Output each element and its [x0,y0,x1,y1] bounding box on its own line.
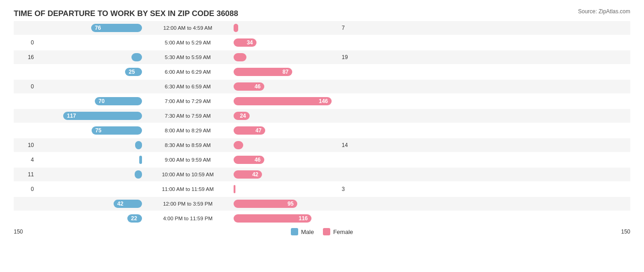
male-bar-container: 25 [37,68,142,76]
chart-row: 05:00 AM to 5:29 AM34 [14,36,630,49]
chart-row: 7612:00 AM to 4:59 AM7 [14,21,630,35]
male-bar-container: 22 [37,214,142,223]
male-bar: 42 [114,200,142,208]
male-value: 16 [14,54,37,60]
female-bar-container: 46 [234,156,339,164]
male-value: 0 [14,39,37,46]
time-label: 5:30 AM to 5:59 AM [142,54,234,60]
source-label: Source: ZipAtlas.com [578,8,630,15]
female-bar: 95 [234,200,297,208]
chart-row: 06:30 AM to 6:59 AM46 [14,80,630,93]
male-bar-container: 117 [37,112,142,120]
chart-row: 4212:00 PM to 3:59 PM95 [14,197,630,211]
male-bar: 70 [95,97,142,105]
male-value: 0 [14,83,37,90]
chart-row: 758:00 AM to 8:29 AM47 [14,124,630,137]
female-bar [234,53,246,61]
footer-right-val: 150 [607,228,630,235]
time-label: 7:30 AM to 7:59 AM [142,113,234,119]
female-bar: 87 [234,68,292,76]
male-value: 11 [14,171,37,178]
time-label: 7:00 AM to 7:29 AM [142,98,234,104]
female-bar-container [234,185,339,193]
time-label: 8:30 AM to 8:59 AM [142,142,234,148]
chart-row: 1110:00 AM to 10:59 AM42 [14,168,630,181]
female-bar: 24 [234,112,250,120]
time-label: 9:00 AM to 9:59 AM [142,157,234,163]
chart-row: 49:00 AM to 9:59 AM46 [14,153,630,167]
chart-footer: 150 Male Female 150 [14,228,630,235]
female-bar-container [234,141,339,149]
legend-male-label: Male [301,228,314,235]
chart-row: 1177:30 AM to 7:59 AM24 [14,109,630,123]
legend-female-label: Female [333,228,353,235]
chart-row: 707:00 AM to 7:29 AM146 [14,94,630,108]
chart-title: TIME OF DEPARTURE TO WORK BY SEX IN ZIP … [14,9,630,18]
time-label: 8:00 AM to 8:29 AM [142,128,234,133]
male-bar-container: 70 [37,97,142,105]
chart-row: 165:30 AM to 5:59 AM19 [14,50,630,64]
time-label: 12:00 PM to 3:59 PM [142,201,234,207]
female-value: 14 [339,142,362,148]
legend-male: Male [291,228,314,235]
female-bar: 42 [234,170,262,179]
female-bar-container: 95 [234,200,339,208]
male-bar-container [37,185,142,193]
female-bar-container: 34 [234,38,339,47]
time-label: 11:00 AM to 11:59 AM [142,186,234,192]
chart-row: 256:00 AM to 6:29 AM87 [14,65,630,79]
female-bar-container [234,24,339,32]
chart-row: 011:00 AM to 11:59 AM3 [14,182,630,196]
female-bar: 34 [234,38,257,47]
legend-female-box [323,228,330,235]
time-label: 6:00 AM to 6:29 AM [142,69,234,75]
female-bar-container: 46 [234,82,339,91]
legend: Male Female [291,228,353,235]
male-bar [135,141,142,149]
female-value: 3 [339,186,362,192]
time-label: 5:00 AM to 5:29 AM [142,40,234,45]
female-bar-container [234,53,339,61]
male-value: 0 [14,186,37,192]
female-bar-container: 47 [234,126,339,135]
male-bar-container: 76 [37,24,142,32]
female-bar-container: 24 [234,112,339,120]
male-bar-container [37,170,142,179]
male-value: 10 [14,142,37,148]
female-bar-container: 42 [234,170,339,179]
chart-area: 7612:00 AM to 4:59 AM705:00 AM to 5:29 A… [14,21,630,225]
legend-female: Female [323,228,353,235]
female-bar: 46 [234,82,264,91]
legend-male-box [291,228,298,235]
female-bar: 116 [234,214,311,223]
footer-left-val: 150 [14,228,37,235]
male-bar: 22 [127,214,142,223]
male-bar-container [37,82,142,91]
female-value: 19 [339,54,362,60]
male-bar: 25 [125,68,142,76]
time-label: 12:00 AM to 4:59 AM [142,25,234,31]
male-bar [131,53,142,61]
male-bar: 76 [91,24,142,32]
female-bar [234,141,243,149]
female-bar: 46 [234,156,264,164]
male-bar-container: 42 [37,200,142,208]
male-bar-container: 75 [37,126,142,135]
time-label: 6:30 AM to 6:59 AM [142,84,234,89]
time-label: 4:00 PM to 11:59 PM [142,216,234,221]
male-bar [135,170,142,179]
male-bar [139,156,142,164]
male-bar-container [37,156,142,164]
female-bar: 146 [234,97,332,105]
male-bar: 117 [63,112,142,120]
female-value: 7 [339,25,362,31]
male-bar-container [37,141,142,149]
female-bar [234,24,238,32]
male-value: 4 [14,157,37,163]
chart-row: 108:30 AM to 8:59 AM14 [14,138,630,152]
male-bar: 75 [92,126,142,135]
male-bar-container [37,38,142,47]
male-bar-container [37,53,142,61]
chart-row: 224:00 PM to 11:59 PM116 [14,212,630,225]
female-bar-container: 146 [234,97,339,105]
